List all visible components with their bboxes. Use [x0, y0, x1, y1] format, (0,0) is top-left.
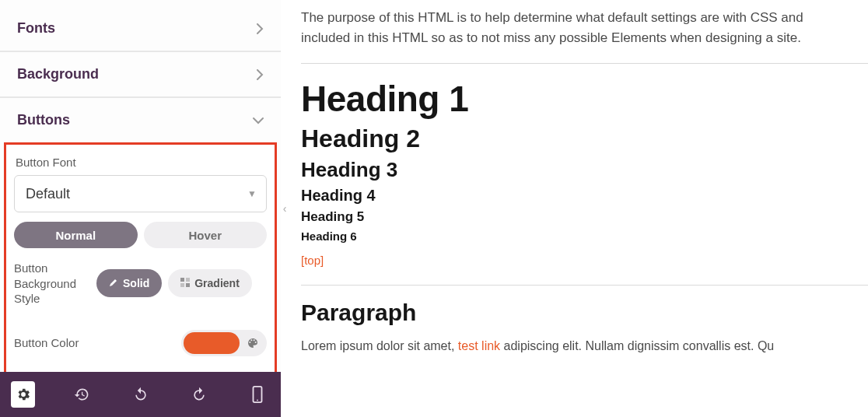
collapse-sidebar-handle[interactable]: ‹ [280, 199, 289, 218]
intro-text: The purpose of this HTML is to help dete… [301, 8, 868, 49]
pencil-icon [109, 277, 118, 289]
heading-4: Heading 4 [301, 187, 868, 205]
intro-line-2: included in this HTML so as to not miss … [301, 30, 801, 45]
bottom-toolbar [0, 372, 281, 417]
pill-label: Gradient [194, 277, 240, 289]
grid-icon [180, 277, 190, 289]
svg-rect-0 [180, 278, 184, 282]
accordion-list: Fonts Background Buttons Button Font [0, 0, 281, 372]
gear-icon [16, 387, 31, 402]
button-font-select[interactable]: Default ▼ [14, 175, 267, 212]
accordion-label: Background [17, 66, 99, 82]
chevron-right-icon [256, 23, 264, 34]
caret-down-icon: ▼ [247, 188, 257, 199]
tab-hover[interactable]: Hover [144, 222, 268, 248]
svg-rect-3 [186, 283, 190, 287]
mobile-icon [251, 386, 264, 403]
buttons-panel: Button Font Default ▼ Normal Hover Butto… [4, 142, 277, 372]
undo-button[interactable] [128, 381, 152, 408]
chevron-down-icon [253, 117, 264, 124]
redo-icon [191, 387, 207, 402]
device-mobile-button[interactable] [246, 381, 270, 408]
button-font-value: Default [26, 186, 70, 202]
palette-icon [247, 337, 259, 349]
divider [301, 63, 868, 64]
history-button[interactable] [69, 381, 93, 408]
bg-style-gradient[interactable]: Gradient [168, 269, 252, 297]
pill-label: Solid [123, 277, 149, 289]
test-link[interactable]: test link [458, 339, 500, 352]
lorem-pre: Lorem ipsum dolor sit amet, [301, 339, 458, 352]
svg-rect-1 [186, 278, 190, 282]
color-swatch[interactable] [184, 332, 240, 354]
lorem-post: adipiscing elit. Nullam dignissim conval… [500, 339, 774, 352]
accordion-label: Fonts [17, 20, 55, 37]
divider [301, 285, 868, 286]
chevron-left-icon: ‹ [283, 202, 287, 215]
chevron-right-icon [256, 69, 264, 80]
accordion-label: Buttons [17, 112, 70, 128]
accordion-fonts[interactable]: Fonts [0, 6, 281, 51]
accordion-buttons[interactable]: Buttons [0, 97, 281, 142]
history-icon [74, 387, 89, 402]
heading-2: Heading 2 [301, 124, 868, 153]
top-link[interactable]: [top] [301, 254, 324, 267]
paragraph-heading: Paragraph [301, 300, 868, 326]
button-color-label: Button Color [14, 336, 79, 349]
state-tabs: Normal Hover [14, 222, 267, 248]
button-color-control [181, 330, 267, 356]
settings-button[interactable] [11, 381, 35, 408]
bg-style-label: Button Background Style [14, 261, 96, 307]
bg-style-solid[interactable]: Solid [96, 269, 162, 297]
heading-5: Heading 5 [301, 209, 868, 225]
bg-style-row: Button Background Style Solid Gradient [14, 261, 267, 307]
intro-line-1: The purpose of this HTML is to help dete… [301, 10, 803, 25]
tab-normal[interactable]: Normal [14, 222, 138, 248]
bg-style-group: Solid Gradient [96, 269, 267, 297]
button-color-row: Button Color [14, 330, 267, 356]
svg-point-5 [257, 399, 258, 401]
heading-3: Heading 3 [301, 158, 868, 182]
undo-icon [133, 387, 149, 402]
heading-1: Heading 1 [301, 78, 868, 120]
body-paragraph: Lorem ipsum dolor sit amet, test link ad… [301, 337, 868, 356]
heading-6: Heading 6 [301, 230, 868, 243]
accordion-background[interactable]: Background [0, 51, 281, 97]
button-font-label: Button Font [16, 156, 265, 169]
customizer-sidebar: Fonts Background Buttons Button Font [0, 0, 281, 417]
palette-button[interactable] [241, 332, 264, 354]
preview-pane: The purpose of this HTML is to help dete… [281, 0, 868, 417]
svg-rect-2 [180, 283, 184, 287]
redo-button[interactable] [187, 381, 211, 408]
